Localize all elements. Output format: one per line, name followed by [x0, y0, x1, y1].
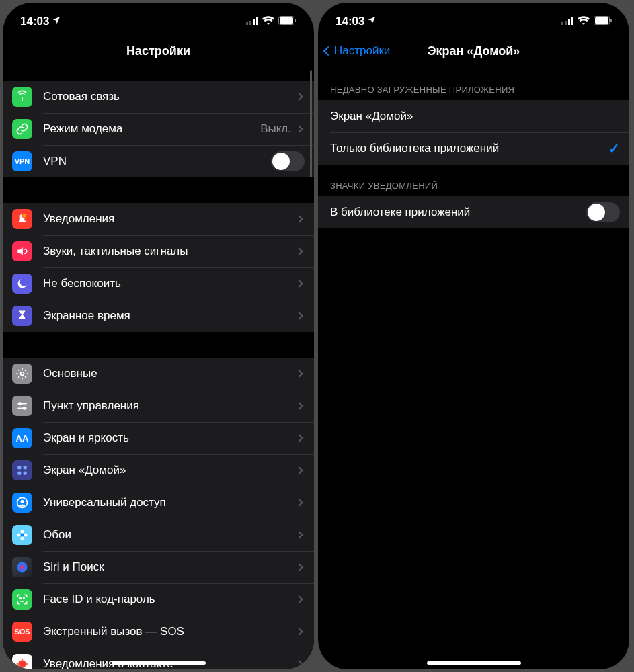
chevron-right-icon	[295, 434, 303, 442]
svg-point-25	[24, 534, 28, 537]
row-label: Звуки, тактильные сигналы	[43, 245, 296, 258]
chevron-right-icon	[295, 499, 303, 506]
settings-row-hotspot[interactable]: Режим модемаВыкл.	[3, 113, 314, 145]
svg-rect-18	[24, 472, 27, 475]
option-row-badges-lib[interactable]: В библиотеке приложений	[318, 196, 629, 228]
settings-row-dnd[interactable]: Не беспокоить	[3, 267, 314, 300]
svg-rect-35	[565, 21, 567, 25]
nav-bar: Настройки	[3, 34, 314, 69]
wifi-icon	[262, 15, 274, 28]
row-label: Только библиотека приложений	[330, 142, 608, 155]
chevron-right-icon	[295, 312, 303, 319]
row-label: Siri и Поиск	[43, 560, 296, 574]
svg-rect-36	[568, 19, 570, 25]
settings-row-exposure[interactable]: Уведомления о контакте	[3, 648, 314, 669]
flower-icon	[12, 525, 32, 545]
chevron-right-icon	[295, 531, 303, 538]
settings-row-homescreen[interactable]: Экран «Домой»	[3, 454, 314, 487]
status-bar: 14:03	[318, 3, 629, 34]
chevron-right-icon	[295, 595, 303, 603]
settings-row-faceid[interactable]: Face ID и код-пароль	[3, 583, 314, 616]
svg-rect-6	[295, 19, 296, 22]
scrollbar[interactable]	[310, 70, 312, 177]
svg-rect-17	[17, 472, 21, 475]
person-icon	[12, 493, 32, 513]
sliders-icon	[12, 396, 32, 416]
option-row-addto-lib[interactable]: Только библиотека приложений✓	[318, 132, 629, 165]
chevron-right-icon	[295, 466, 303, 474]
chevron-right-icon	[295, 215, 303, 222]
toggle-badges-lib[interactable]	[586, 202, 620, 222]
sos-text-icon: SOS	[12, 622, 32, 642]
home-indicator[interactable]	[112, 661, 206, 665]
chevron-right-icon	[295, 280, 303, 287]
settings-row-display[interactable]: AAЭкран и яркость	[3, 422, 314, 454]
svg-point-26	[17, 562, 28, 573]
siri-icon	[12, 557, 32, 577]
location-icon	[367, 15, 377, 28]
settings-row-general[interactable]: Основные	[3, 358, 314, 390]
gear-icon	[12, 364, 32, 384]
svg-point-10	[21, 372, 24, 376]
settings-row-vpn[interactable]: VPNVPN	[3, 145, 314, 177]
homescreen-settings-list[interactable]: Недавно загруженные приложения Экран «До…	[318, 69, 629, 669]
row-value: Выкл.	[260, 122, 291, 136]
chevron-right-icon	[295, 370, 303, 377]
section-header-badges: Значки уведомлений	[318, 165, 629, 196]
option-row-addto-home[interactable]: Экран «Домой»	[318, 100, 629, 132]
aa-icon: AA	[12, 428, 32, 448]
row-label: Не беспокоить	[43, 277, 296, 290]
row-label: Экран «Домой»	[43, 464, 296, 477]
settings-row-siri[interactable]: Siri и Поиск	[3, 551, 314, 583]
svg-rect-39	[595, 17, 608, 24]
chevron-right-icon	[295, 402, 303, 409]
antenna-icon	[12, 87, 32, 107]
settings-row-controlcenter[interactable]: Пункт управления	[3, 390, 314, 422]
row-label: Пункт управления	[43, 399, 296, 413]
wifi-icon	[578, 15, 590, 28]
row-label: Основные	[43, 367, 296, 380]
svg-rect-1	[249, 21, 251, 25]
svg-rect-0	[246, 22, 248, 25]
back-button[interactable]: Настройки	[325, 44, 390, 58]
row-label: Экранное время	[43, 309, 296, 323]
nav-bar: Настройки Экран «Домой»	[318, 34, 629, 69]
chevron-right-icon	[295, 660, 303, 667]
back-label: Настройки	[334, 44, 390, 58]
checkmark-icon: ✓	[608, 140, 620, 157]
cell-signal-icon	[246, 15, 258, 28]
home-indicator[interactable]	[427, 661, 521, 665]
settings-list[interactable]: Сотовая связьРежим модемаВыкл.VPNVPN Уве…	[3, 69, 314, 669]
hourglass-icon	[12, 306, 32, 326]
phone-settings: 14:03 Настройки Сотовая связьРежим модем…	[3, 3, 314, 669]
svg-point-28	[24, 598, 25, 599]
svg-rect-2	[253, 19, 255, 25]
svg-rect-16	[24, 466, 27, 469]
settings-row-cellular[interactable]: Сотовая связь	[3, 81, 314, 113]
svg-rect-5	[280, 17, 293, 24]
row-label: Экран «Домой»	[330, 110, 620, 123]
svg-point-22	[21, 530, 24, 534]
svg-point-21	[21, 534, 24, 537]
settings-row-wallpaper[interactable]: Обои	[3, 519, 314, 551]
virus-icon	[12, 654, 32, 669]
battery-icon	[594, 15, 612, 28]
settings-row-accessibility[interactable]: Универсальный доступ	[3, 487, 314, 519]
svg-rect-37	[571, 17, 573, 25]
toggle-vpn[interactable]	[271, 151, 305, 171]
battery-icon	[278, 15, 296, 28]
section-header-recent: Недавно загруженные приложения	[318, 69, 629, 100]
settings-row-sos[interactable]: SOSЭкстренный вызов — SOS	[3, 616, 314, 648]
settings-row-screentime[interactable]: Экранное время	[3, 300, 314, 332]
svg-point-27	[20, 598, 22, 599]
settings-row-notifications[interactable]: Уведомления	[3, 203, 314, 235]
row-label: Уведомления	[43, 212, 296, 226]
settings-row-sounds[interactable]: Звуки, тактильные сигналы	[3, 235, 314, 267]
svg-rect-34	[561, 22, 563, 25]
svg-point-29	[18, 660, 26, 668]
row-label: Экстренный вызов — SOS	[43, 625, 296, 638]
chevron-right-icon	[295, 247, 303, 255]
status-bar: 14:03	[3, 3, 314, 34]
row-label: Обои	[43, 528, 296, 542]
page-title: Экран «Домой»	[428, 44, 520, 58]
